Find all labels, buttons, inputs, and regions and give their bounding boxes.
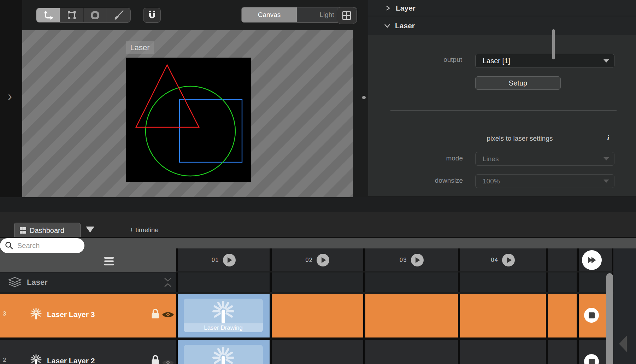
move-tool-button[interactable] — [36, 8, 60, 22]
eye-visibility-icon[interactable] — [161, 310, 175, 319]
lock-icon[interactable] — [151, 309, 159, 319]
mode-dropdown-value: Lines — [476, 155, 603, 163]
move-arrow-icon — [42, 10, 54, 20]
canvas-viewport[interactable]: Laser — [22, 30, 353, 197]
brush-icon — [113, 10, 124, 21]
column-header-01[interactable]: 01 — [178, 248, 270, 271]
tab-dashboard[interactable]: Dashboard — [14, 223, 81, 238]
play-column-02-button[interactable] — [317, 254, 329, 266]
play-column-04-button[interactable] — [502, 254, 515, 266]
search-input[interactable] — [17, 241, 78, 250]
row-separator — [0, 337, 613, 340]
panel-section-layer[interactable]: Layer — [368, 0, 636, 16]
mode-label: mode — [368, 154, 463, 162]
group-label: Laser — [27, 278, 48, 287]
layer-row-3-header[interactable]: 3 Laser Layer 3 — [0, 294, 176, 337]
column-01-label: 01 — [212, 257, 219, 263]
pixels-to-laser-settings-title: pixels to laser settings — [438, 135, 601, 144]
info-icon-bg — [603, 132, 614, 143]
empty-cell[interactable] — [460, 340, 546, 364]
empty-cell[interactable] — [365, 294, 458, 337]
laser-section-label: Laser — [395, 22, 415, 30]
inspector-panel: Layer Laser output Laser [1] Setup pixel… — [368, 0, 636, 196]
column-02-label: 02 — [306, 257, 313, 263]
column-header-extra — [548, 248, 577, 271]
chevron-down-icon — [384, 23, 391, 29]
stop-icon — [589, 359, 595, 364]
play-column-01-button[interactable] — [223, 254, 236, 266]
tab-dropdown-arrow-icon[interactable] — [86, 227, 94, 233]
play-column-03-button[interactable] — [411, 254, 424, 266]
dropdown-arrow-icon — [603, 180, 609, 183]
shape-tool-button[interactable] — [84, 8, 107, 22]
hamburger-icon — [104, 257, 114, 259]
layer-row-2-header[interactable]: 2 Laser Layer 2 — [0, 340, 176, 364]
empty-cell[interactable] — [460, 294, 546, 337]
laser-preview-canvas[interactable] — [126, 58, 251, 182]
layout-grid-button[interactable] — [337, 7, 357, 24]
list-menu-button[interactable] — [104, 257, 114, 265]
panel-divider — [390, 110, 617, 111]
column-header-04[interactable]: 04 — [460, 248, 546, 271]
empty-cell[interactable] — [272, 294, 363, 337]
empty-cell[interactable] — [272, 340, 363, 364]
search-box[interactable] — [0, 238, 84, 253]
eye-visibility-icon[interactable] — [161, 358, 175, 364]
panel-scrollbar-thumb[interactable] — [552, 29, 555, 59]
laser-app-window: › — [0, 0, 636, 364]
toggle-canvas[interactable]: Canvas — [242, 7, 297, 22]
empty-cell — [548, 340, 577, 364]
expand-left-drawer-chevron-icon[interactable]: › — [8, 91, 12, 102]
collapse-right-arrow-icon[interactable] — [619, 336, 627, 352]
play-icon — [416, 257, 420, 263]
select-tool-button[interactable] — [60, 8, 84, 22]
chevron-right-icon — [385, 5, 391, 11]
timeline-right-gutter — [613, 248, 636, 364]
brush-tool-button[interactable] — [107, 8, 130, 22]
vertical-splitter-dot[interactable] — [362, 96, 366, 99]
clip-label: Laser Drawing — [184, 323, 263, 332]
output-dropdown-value: Laser [1] — [476, 57, 603, 65]
clip-cell-laser-drawing[interactable]: Laser Drawing — [178, 294, 270, 337]
layers-icon — [8, 277, 22, 288]
play-icon — [228, 257, 232, 263]
shape-mask-icon — [90, 10, 100, 20]
setup-button-label: Setup — [509, 79, 527, 87]
layer-list-toolbar — [0, 238, 176, 272]
tab-bar — [0, 212, 636, 237]
laser-beam-icon — [211, 301, 236, 326]
laser-triangle-red — [136, 65, 199, 127]
selection-rect-icon — [66, 10, 77, 20]
collapse-group-icon[interactable] — [163, 277, 172, 287]
stop-icon — [589, 312, 595, 318]
fast-forward-button[interactable] — [582, 250, 602, 270]
dashboard-tab-label: Dashboard — [30, 227, 64, 235]
magnet-snap-button[interactable] — [143, 8, 161, 23]
panel-section-laser[interactable]: Laser — [368, 16, 636, 35]
empty-cell[interactable] — [365, 340, 458, 364]
output-label: output — [368, 56, 462, 64]
clip-card[interactable]: Laser Drawing — [184, 299, 263, 332]
stop-layer-3-button[interactable] — [584, 308, 599, 323]
mode-dropdown: Lines — [475, 152, 614, 166]
add-timeline-button[interactable]: + timeline — [130, 226, 159, 234]
layer-row-3-cells: Laser Drawing — [176, 294, 613, 337]
downsize-dropdown: 100% — [475, 174, 614, 188]
column-header-03[interactable]: 03 — [365, 248, 458, 271]
layer-section-label: Layer — [396, 4, 416, 12]
dropdown-arrow-icon — [603, 157, 609, 160]
group-row-cells — [176, 272, 613, 292]
lock-icon[interactable] — [151, 355, 159, 364]
layer-group-laser[interactable]: Laser — [0, 272, 176, 292]
laser-beam-icon — [211, 347, 236, 364]
search-icon — [5, 241, 14, 250]
layer-name: Laser Layer 3 — [47, 310, 95, 319]
setup-button[interactable]: Setup — [475, 76, 561, 90]
info-icon[interactable]: i — [603, 132, 614, 143]
clip-cell[interactable] — [178, 340, 270, 364]
timeline-scrollbar-thumb[interactable] — [606, 273, 613, 364]
output-dropdown[interactable]: Laser [1] — [475, 54, 614, 68]
column-header-02[interactable]: 02 — [272, 248, 363, 271]
layer-name: Laser Layer 2 — [47, 357, 95, 364]
clip-card[interactable] — [184, 345, 263, 364]
